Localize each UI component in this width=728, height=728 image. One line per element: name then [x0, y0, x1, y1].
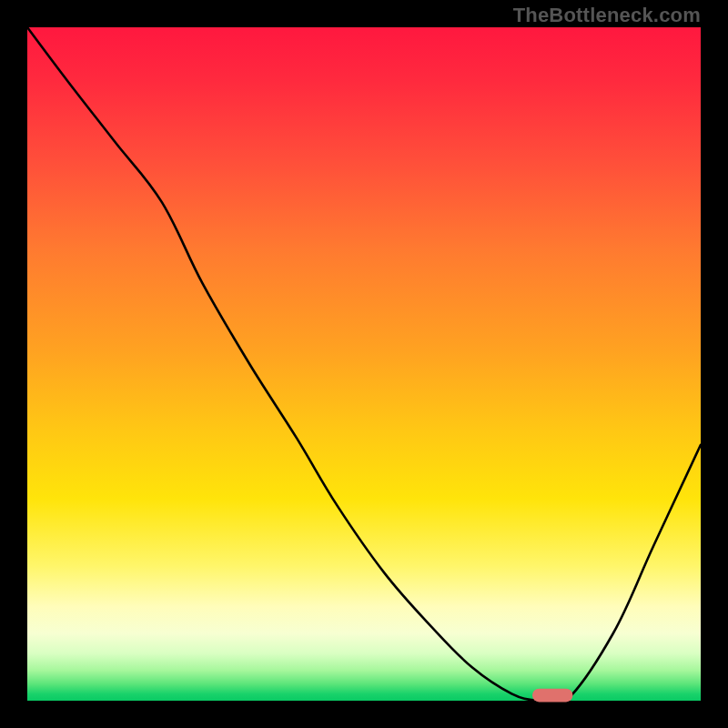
plot-area: [27, 27, 701, 701]
bottleneck-curve: [27, 27, 701, 706]
curve-overlay: [27, 27, 701, 701]
chart-frame: TheBottleneck.com: [0, 0, 728, 728]
watermark-text: TheBottleneck.com: [513, 4, 701, 27]
optimum-marker: [532, 689, 572, 703]
